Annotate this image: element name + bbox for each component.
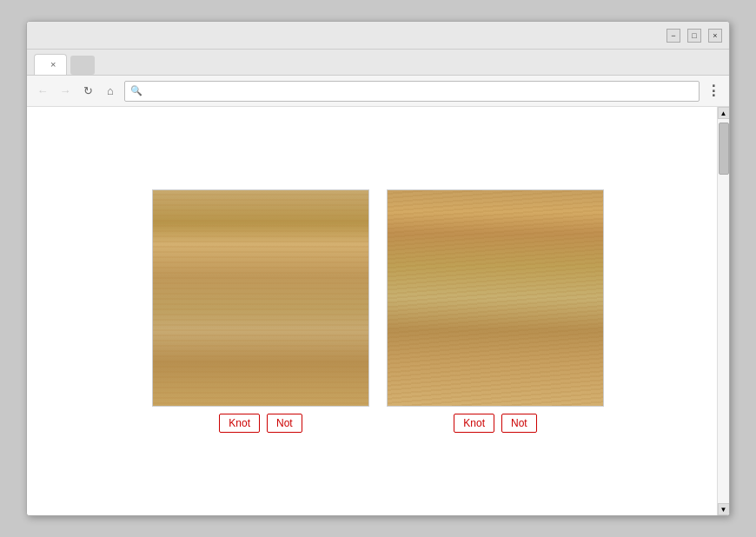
refresh-icon: ↻ — [83, 84, 93, 97]
scroll-down-icon: ▼ — [720, 506, 727, 514]
forward-button[interactable]: → — [56, 83, 74, 100]
scroll-up-icon: ▲ — [720, 109, 727, 117]
scrollbar-track[interactable] — [718, 119, 730, 503]
wood-image-2 — [387, 189, 604, 407]
knot-button-2[interactable]: Knot — [454, 414, 494, 433]
address-input-wrapper[interactable]: 🔍 — [124, 81, 700, 102]
image-card-1: Knot Not — [152, 189, 369, 433]
forward-icon: → — [60, 84, 71, 97]
address-bar: ← → ↻ ⌂ 🔍 ⋮ — [27, 76, 729, 107]
tab-bar: × — [27, 50, 729, 76]
buttons-row-2: Knot Not — [454, 414, 536, 433]
close-button[interactable]: × — [708, 29, 722, 43]
tab-close-button[interactable]: × — [50, 60, 56, 70]
back-icon: ← — [37, 84, 49, 97]
browser-tab[interactable]: × — [34, 54, 67, 75]
back-button[interactable]: ← — [34, 83, 51, 100]
page-content: Knot Not Knot Not ▲ — [27, 107, 729, 515]
maximize-button[interactable]: □ — [687, 29, 701, 43]
scrollbar: ▲ ▼ — [717, 107, 729, 515]
title-bar: − □ × — [27, 22, 729, 50]
knot-button-1[interactable]: Knot — [219, 414, 260, 433]
wood-image-1 — [152, 189, 369, 407]
scroll-up-button[interactable]: ▲ — [718, 107, 730, 119]
not-button-2[interactable]: Not — [501, 414, 537, 433]
browser-menu-button[interactable]: ⋮ — [705, 83, 722, 100]
buttons-row-1: Knot Not — [219, 414, 302, 433]
scroll-down-button[interactable]: ▼ — [718, 503, 730, 515]
scrollbar-thumb[interactable] — [719, 123, 729, 175]
home-button[interactable]: ⌂ — [102, 83, 119, 100]
image-card-2: Knot Not — [387, 189, 604, 433]
not-button-1[interactable]: Not — [267, 414, 302, 433]
refresh-button[interactable]: ↻ — [79, 83, 96, 100]
new-tab-button[interactable] — [70, 56, 95, 75]
minimize-button[interactable]: − — [666, 29, 680, 43]
home-icon: ⌂ — [107, 84, 114, 97]
images-row: Knot Not Knot Not — [152, 189, 604, 433]
title-bar-controls: − □ × — [666, 29, 722, 43]
browser-window: − □ × × ← → ↻ ⌂ 🔍 ⋮ — [26, 21, 730, 516]
menu-icon: ⋮ — [706, 83, 720, 99]
search-icon: 🔍 — [130, 85, 143, 96]
address-input[interactable] — [146, 85, 693, 97]
images-area: Knot Not Knot Not — [135, 172, 621, 450]
